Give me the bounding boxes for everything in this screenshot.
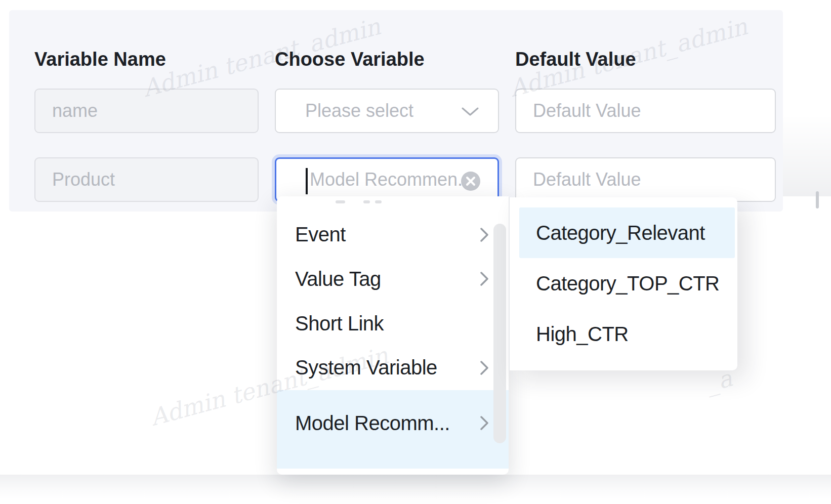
submenu-item-high-ctr[interactable]: High_CTR <box>510 309 737 359</box>
chevron-down-icon <box>462 107 479 116</box>
submenu-item-label: High_CTR <box>536 323 629 346</box>
menu-item-event[interactable]: Event <box>277 213 509 257</box>
menu-item-system-variable[interactable]: System Variable <box>277 346 509 390</box>
menu-item-value-tag[interactable]: Value Tag <box>277 257 509 302</box>
page-scrollbar-sliver[interactable] <box>816 191 819 208</box>
chevron-right-icon <box>480 360 489 375</box>
text-caret <box>306 168 308 194</box>
default-value-placeholder-row1: Default Value <box>533 100 641 121</box>
variable-name-input-row1[interactable]: name <box>34 89 259 133</box>
column-header-variable-name: Variable Name <box>34 49 166 70</box>
menu-item-label: System Variable <box>295 356 437 379</box>
default-value-placeholder-row2: Default Value <box>533 169 641 190</box>
variable-name-placeholder-row1: name <box>52 100 98 121</box>
default-value-input-row1[interactable]: Default Value <box>515 89 776 133</box>
submenu-item-label: Category_Relevant <box>536 222 705 244</box>
column-header-default-value: Default Value <box>515 49 636 70</box>
submenu-item-category-top-ctr[interactable]: Category_TOP_CTR <box>510 258 737 309</box>
chevron-right-icon <box>480 415 489 431</box>
chevron-right-icon <box>480 271 489 286</box>
choose-variable-placeholder-row1: Please select <box>305 100 413 121</box>
cascader-menu-level2: Category_Relevant Category_TOP_CTR High_… <box>509 197 737 370</box>
menu-item-model-recommendation[interactable]: Model Recomm... <box>277 390 509 469</box>
clipped-menu-item <box>277 199 509 206</box>
clear-icon[interactable] <box>461 172 480 191</box>
dropdown-scrollbar-thumb[interactable] <box>493 224 506 443</box>
menu-item-label: Model Recomm... <box>295 412 450 435</box>
menu-item-label: Value Tag <box>295 268 381 290</box>
menu-item-short-link[interactable]: Short Link <box>277 301 509 346</box>
panel-right-shadow <box>783 10 831 196</box>
cascader-current-value: Model Recommen... <box>310 159 473 200</box>
screen: Variable Name Choose Variable Default Va… <box>0 0 831 504</box>
default-value-input-row2[interactable]: Default Value <box>515 157 776 202</box>
variable-name-input-row2[interactable]: Product <box>34 157 259 202</box>
menu-item-label: Event <box>295 223 346 246</box>
chevron-right-icon <box>480 227 489 242</box>
column-header-choose-variable: Choose Variable <box>275 49 425 70</box>
variable-name-placeholder-row2: Product <box>52 169 115 190</box>
variable-form-panel: Variable Name Choose Variable Default Va… <box>9 10 783 212</box>
popup-bottom-shadow <box>0 475 831 499</box>
choose-variable-select-row1[interactable]: Please select <box>275 89 499 133</box>
choose-variable-cascader-row2[interactable]: Model Recommen... <box>275 157 499 202</box>
menu-item-label: Short Link <box>295 312 384 335</box>
submenu-item-category-relevant[interactable]: Category_Relevant <box>519 207 735 258</box>
cascader-menu-level1: Event Value Tag Short Link System Variab… <box>277 196 509 475</box>
submenu-item-label: Category_TOP_CTR <box>536 272 720 295</box>
